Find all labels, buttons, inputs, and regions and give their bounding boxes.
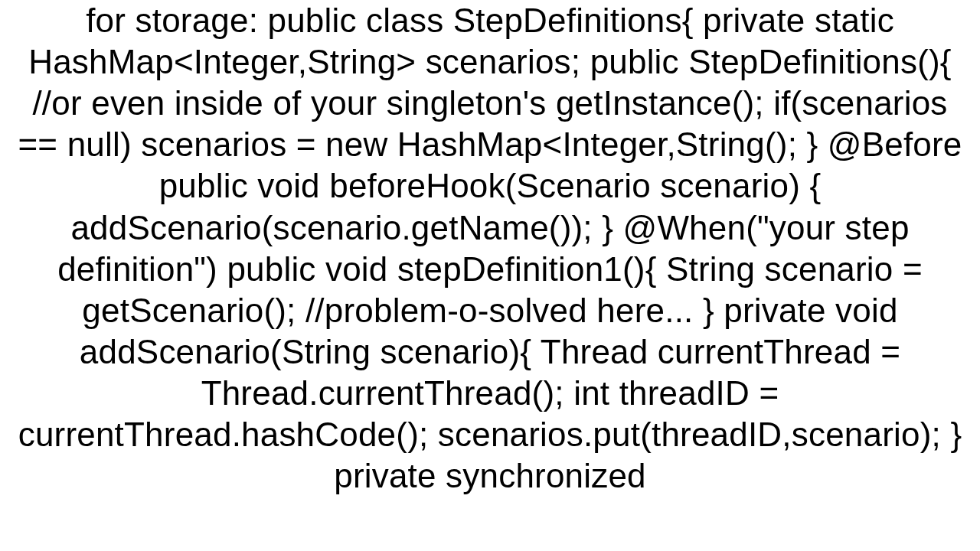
code-text-block: for storage: public class StepDefinition… [8,0,972,497]
